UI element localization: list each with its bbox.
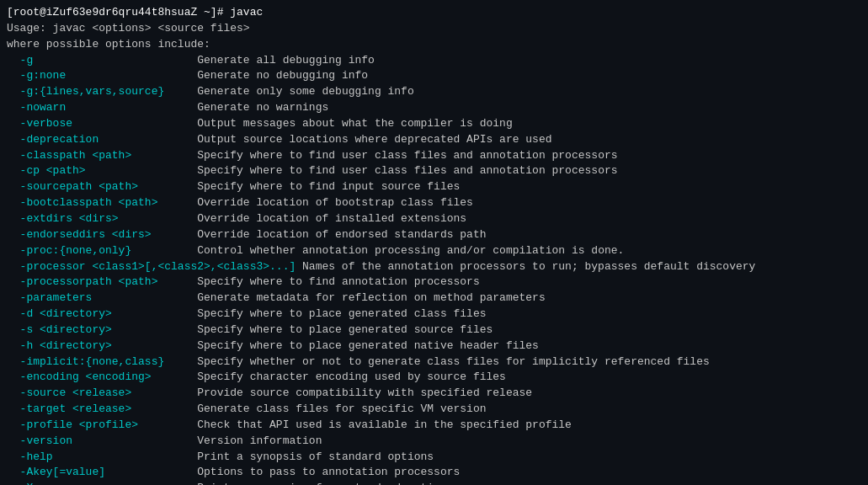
terminal-line: -s <directory> Specify where to place ge… (7, 322, 861, 338)
option-text: -g (7, 54, 197, 67)
terminal-output: Usage: javac <options> <source files>whe… (7, 21, 861, 485)
description-text: Print a synopsis of nonstandard options (197, 482, 453, 485)
terminal-line: -cp <path> Specify where to find user cl… (7, 163, 861, 179)
option-text: -processor <class1>[,<class2>,<class3>..… (7, 260, 296, 273)
description-text: Specify where to find input source files (197, 180, 460, 193)
description-text: Specify whether or not to generate class… (197, 355, 710, 368)
terminal-line: -h <directory> Specify where to place ge… (7, 338, 861, 354)
description-text: Names of the annotation processors to ru… (296, 260, 755, 273)
description-text: Generate no debugging info (197, 69, 368, 82)
terminal-line: -g:none Generate no debugging info (7, 68, 861, 84)
terminal-line: -implicit:{none,class} Specify whether o… (7, 354, 861, 370)
terminal-line: -Akey[=value] Options to pass to annotat… (7, 465, 861, 481)
description-text: Options to pass to annotation processors (197, 466, 460, 478)
terminal-line: -d <directory> Specify where to place ge… (7, 306, 861, 322)
terminal-line: -g Generate all debugging info (7, 53, 861, 69)
description-text: Override location of installed extension… (197, 212, 466, 225)
option-text: -h <directory> (7, 339, 197, 352)
option-text: -source <release> (7, 386, 197, 399)
description-text: Output source locations where deprecated… (197, 133, 551, 146)
option-text: -bootclasspath <path> (7, 196, 197, 209)
description-text: Specify where to find annotation process… (197, 275, 479, 288)
terminal-line: -version Version information (7, 434, 861, 450)
description-text: Specify where to place generated native … (197, 339, 539, 352)
terminal-line: -proc:{none,only} Control whether annota… (7, 243, 861, 259)
terminal-line: -verbose Output messages about what the … (7, 116, 861, 132)
option-text: -g:none (7, 69, 197, 82)
option-text: -target <release> (7, 402, 197, 415)
description-text: Provide source compatibility with specif… (197, 386, 532, 399)
description-text: Print a synopsis of standard options (197, 450, 434, 463)
description-text: Generate metadata for reflection on meth… (197, 291, 545, 304)
terminal-line: -classpath <path> Specify where to find … (7, 148, 861, 164)
terminal-window: [root@iZuf63e9dr6qru44t8hsuaZ ~]# javac … (0, 0, 868, 485)
option-text: -X (7, 482, 197, 485)
terminal-line: -extdirs <dirs> Override location of ins… (7, 211, 861, 227)
description-text: Specify where to find user class files a… (197, 164, 617, 177)
terminal-line: where possible options include: (7, 37, 861, 53)
terminal-line: -help Print a synopsis of standard optio… (7, 450, 861, 466)
option-text: -deprecation (7, 133, 197, 146)
terminal-content: [root@iZuf63e9dr6qru44t8hsuaZ ~]# javac … (7, 5, 861, 485)
option-text: -proc:{none,only} (7, 244, 197, 257)
description-text: Specify where to place generated class f… (197, 307, 486, 320)
description-text: Generate no warnings (197, 101, 328, 114)
option-text: -parameters (7, 291, 197, 304)
option-text: -nowarn (7, 101, 197, 114)
terminal-line: -profile <profile> Check that API used i… (7, 418, 861, 434)
description-text: Generate class files for specific VM ver… (197, 402, 486, 415)
option-text: -verbose (7, 117, 197, 130)
description-text: Version information (197, 434, 322, 447)
description-text: Specify where to find user class files a… (197, 149, 617, 162)
terminal-line: -endorseddirs <dirs> Override location o… (7, 227, 861, 243)
terminal-line: -processor <class1>[,<class2>,<class3>..… (7, 259, 861, 275)
option-text: -sourcepath <path> (7, 180, 197, 193)
terminal-line: -nowarn Generate no warnings (7, 100, 861, 116)
description-text: Generate all debugging info (197, 54, 375, 67)
prompt-line: [root@iZuf63e9dr6qru44t8hsuaZ ~]# javac (7, 5, 861, 21)
option-text: -endorseddirs <dirs> (7, 228, 197, 241)
option-text: -processorpath <path> (7, 275, 197, 288)
terminal-line: -encoding <encoding> Specify character e… (7, 370, 861, 386)
terminal-line: -source <release> Provide source compati… (7, 386, 861, 402)
option-text: -g:{lines,vars,source} (7, 85, 197, 98)
option-text: -d <directory> (7, 307, 197, 320)
option-text: -profile <profile> (7, 418, 197, 431)
option-text: -extdirs <dirs> (7, 212, 197, 225)
description-text: Control whether annotation processing an… (197, 244, 624, 257)
description-text: Override location of bootstrap class fil… (197, 196, 473, 209)
terminal-line: -g:{lines,vars,source} Generate only som… (7, 84, 861, 100)
description-text: Generate only some debugging info (197, 85, 413, 98)
option-text: -cp <path> (7, 164, 197, 177)
terminal-line: -sourcepath <path> Specify where to find… (7, 179, 861, 195)
terminal-line: -X Print a synopsis of nonstandard optio… (7, 481, 861, 485)
description-text: Specify where to place generated source … (197, 323, 493, 336)
option-text: -implicit:{none,class} (7, 355, 197, 368)
description-text: Specify character encoding used by sourc… (197, 370, 506, 383)
description-text: Override location of endorsed standards … (197, 228, 486, 241)
option-text: -encoding <encoding> (7, 370, 197, 383)
description-text: Output messages about what the compiler … (197, 117, 512, 130)
option-text: -Akey[=value] (7, 466, 197, 478)
description-text: Check that API used is available in the … (197, 418, 572, 431)
option-text: -version (7, 434, 197, 447)
option-text: -classpath <path> (7, 149, 197, 162)
terminal-line: Usage: javac <options> <source files> (7, 21, 861, 37)
option-text: -help (7, 450, 197, 463)
option-text: -s <directory> (7, 323, 197, 336)
terminal-line: -deprecation Output source locations whe… (7, 132, 861, 148)
terminal-line: -parameters Generate metadata for reflec… (7, 290, 861, 306)
terminal-line: -bootclasspath <path> Override location … (7, 195, 861, 211)
terminal-line: -target <release> Generate class files f… (7, 402, 861, 418)
terminal-line: -processorpath <path> Specify where to f… (7, 274, 861, 290)
